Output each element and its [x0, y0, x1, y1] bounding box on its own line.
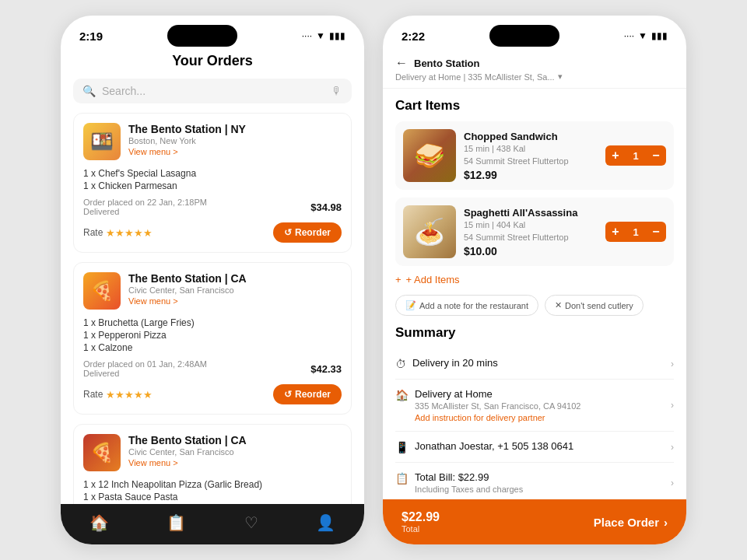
back-arrow[interactable]: ←	[395, 56, 408, 70]
order-card-3: 🍕 The Bento Station | CA Civic Center, S…	[73, 424, 352, 504]
summary-link-1[interactable]: Add instruction for delivery partner	[415, 413, 580, 422]
delivery-info: Delivery at Home | 335 McAllister St, Sa…	[395, 72, 674, 82]
heart-icon: ♡	[244, 513, 258, 532]
home-icon: 🏠	[89, 513, 109, 532]
summary-row-3[interactable]: 📋 Total Bill: $22.99 Including Taxes and…	[395, 463, 674, 499]
order-restaurant-name-3: The Bento Station | CA	[128, 434, 342, 446]
order-date-1: Order placed on 22 Jan, 2:18PM	[83, 198, 207, 207]
order-price-2: $42.33	[310, 363, 342, 375]
chevron-icon-1: ›	[671, 400, 674, 411]
profile-icon: 👤	[316, 513, 335, 532]
nav-profile[interactable]: 👤	[316, 513, 335, 532]
add-items-row[interactable]: + + Add Items	[395, 274, 674, 285]
right-signal-icon: ····	[624, 30, 634, 41]
note-row: 📝 Add a note for the restaurant ✕ Don't …	[395, 295, 674, 316]
summary-row-2[interactable]: 📱 Jonathan Joestar, +1 505 138 0641 ›	[395, 432, 674, 463]
reorder-icon-1: ↺	[284, 227, 292, 238]
cutlery-icon: ✕	[555, 300, 562, 310]
bento-food-icon: 🍱	[83, 123, 121, 160]
cart-item-location-2: 54 Summit Street Fluttertop	[464, 233, 598, 242]
place-total-container: $22.99 Total	[402, 510, 440, 534]
nav-orders[interactable]: 📋	[167, 513, 186, 532]
summary-main-2: Jonathan Joestar, +1 505 138 0641	[415, 440, 573, 452]
rate-section-2: Rate ★★★★★	[83, 389, 153, 401]
order-image-3: 🍕	[83, 434, 121, 471]
right-wifi-icon: ▼	[638, 30, 647, 41]
summary-row-left-0: ⏱ Delivery in 20 mins	[395, 357, 671, 370]
nav-home[interactable]: 🏠	[89, 513, 109, 532]
order-location-3: Civic Center, San Francisco	[128, 447, 342, 457]
order-item-text-3-1: 1 x Pasta Sauce Pasta	[83, 492, 342, 502]
note-btn[interactable]: 📝 Add a note for the restaurant	[395, 295, 538, 316]
order-info-2: The Bento Station | CA Civic Center, San…	[128, 272, 342, 306]
summary-title: Summary	[395, 325, 674, 341]
reorder-btn-2[interactable]: ↺ Reorder	[273, 384, 342, 404]
cart-item-meta-1: 15 min | 438 Kal	[464, 144, 598, 153]
place-total-label: Total	[402, 524, 440, 534]
stars-1: ★★★★★	[106, 227, 153, 239]
rate-section-1: Rate ★★★★★	[83, 227, 153, 239]
order-view-menu-3[interactable]: View menu >	[128, 458, 342, 467]
cart-item-info-2: Spaghetti All'Assassina 15 min | 404 Kal…	[464, 207, 598, 257]
stars-2: ★★★★★	[106, 389, 153, 401]
wifi-icon: ▼	[316, 30, 325, 41]
summary-row-0[interactable]: ⏱ Delivery in 20 mins ›	[395, 348, 674, 380]
order-card-1: 🍱 The Bento Station | NY Boston, New Yor…	[73, 113, 352, 253]
left-status-bar: 2:19 ···· ▼ ▮▮▮	[61, 16, 364, 50]
signal-icon: ····	[302, 30, 312, 41]
restaurant-name-header: Bento Station	[414, 58, 480, 69]
mic-icon: 🎙	[331, 85, 342, 97]
order-header-1: 🍱 The Bento Station | NY Boston, New Yor…	[83, 123, 342, 160]
summary-row-1[interactable]: 🏠 Delivery at Home 335 McAllister St, Sa…	[395, 380, 674, 432]
order-status-1: Delivered	[83, 207, 207, 216]
order-view-menu-2[interactable]: View menu >	[128, 296, 342, 306]
cutlery-label: Don't send cutlery	[565, 301, 633, 310]
order-actions-1: Rate ★★★★★ ↺ Reorder	[83, 222, 342, 243]
rate-label-1: Rate	[83, 227, 103, 238]
note-label: Add a note for the restaurant	[419, 301, 528, 310]
qty-decrease-1[interactable]: −	[646, 145, 666, 166]
right-time: 2:22	[402, 30, 425, 43]
order-location-2: Civic Center, San Francisco	[128, 285, 342, 295]
cart-item-info-1: Chopped Sandwich 15 min | 438 Kal 54 Sum…	[464, 131, 598, 181]
left-status-icons: ···· ▼ ▮▮▮	[302, 30, 345, 41]
place-order-label: Place Order	[594, 516, 659, 529]
summary-main-1: Delivery at Home	[415, 388, 580, 400]
order-price-1: $34.98	[310, 201, 342, 213]
qty-value-1: 1	[626, 145, 646, 166]
cart-item-price-1: $12.99	[464, 169, 598, 181]
qty-value-2: 1	[626, 222, 646, 242]
order-image-1: 🍱	[83, 123, 121, 160]
cutlery-btn[interactable]: ✕ Don't send cutlery	[545, 295, 644, 316]
nav-favorites[interactable]: ♡	[244, 513, 258, 532]
order-location-1: Boston, New York	[128, 136, 342, 145]
reorder-btn-1[interactable]: ↺ Reorder	[273, 222, 342, 243]
cart-item-img-1: 🥪	[403, 129, 456, 182]
order-restaurant-name-2: The Bento Station | CA	[128, 272, 342, 285]
chevron-icon-3: ›	[671, 478, 674, 488]
order-items-2: 1 x Bruchetta (Large Fries) 1 x Pepperon…	[83, 317, 342, 353]
summary-sub-3: Including Taxes and charges	[415, 485, 523, 494]
order-info-1: The Bento Station | NY Boston, New York …	[128, 123, 342, 156]
pizza-food-icon: 🍕	[83, 272, 121, 310]
orders-list: 🍱 The Bento Station | NY Boston, New Yor…	[61, 113, 364, 504]
cart-item-price-2: $10.00	[464, 245, 598, 257]
order-items-1: 1 x Chef's Special Lasagna 1 x Chicken P…	[83, 168, 342, 191]
add-items-label: + Add Items	[406, 274, 460, 285]
summary-row-left-3: 📋 Total Bill: $22.99 Including Taxes and…	[395, 471, 671, 494]
qty-increase-1[interactable]: +	[605, 145, 626, 166]
neapolitan-food-icon: 🍕	[83, 434, 121, 471]
order-card-2: 🍕 The Bento Station | CA Civic Center, S…	[73, 262, 352, 415]
summary-row-left-1: 🏠 Delivery at Home 335 McAllister St, Sa…	[395, 388, 671, 422]
qty-increase-2[interactable]: +	[605, 222, 626, 242]
place-order-bar[interactable]: $22.99 Total Place Order ›	[383, 499, 686, 544]
right-battery-icon: ▮▮▮	[651, 30, 668, 41]
search-bar[interactable]: 🔍 Search... 🎙	[73, 79, 352, 103]
summary-text-2: Jonathan Joestar, +1 505 138 0641	[415, 440, 573, 452]
order-item-text-2-1: 1 x Pepperoni Pizza	[83, 330, 342, 341]
order-item-text-1-0: 1 x Chef's Special Lasagna	[83, 168, 342, 179]
order-view-menu-1[interactable]: View menu >	[128, 147, 342, 156]
pasta-icon: 🍝	[403, 205, 456, 258]
order-item-text-2-2: 1 x Calzone	[83, 342, 342, 353]
qty-decrease-2[interactable]: −	[646, 222, 666, 242]
